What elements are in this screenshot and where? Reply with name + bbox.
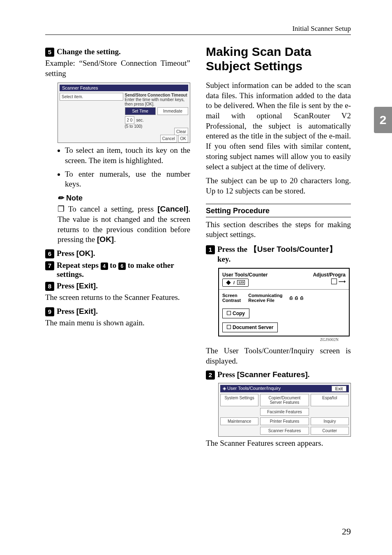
ut-title: ◈ User Tools/Counter/Inquiry	[223, 386, 281, 391]
left-column: 5 Change the setting. Example: “Send/Sto…	[45, 45, 190, 453]
sub-rule-top	[206, 204, 351, 204]
diamond-icon	[226, 280, 231, 285]
intro-para-2: The subject can be up to 20 characters l…	[206, 176, 351, 196]
after-step-8: The screen returns to the Scanner Featur…	[45, 292, 190, 303]
step-1-number: 1	[206, 245, 215, 254]
step-5-number: 5	[45, 48, 54, 57]
note-item: To cancel a setting, press [Cancel]. The…	[58, 204, 190, 245]
step-2-text: Press [Scanner Features].	[217, 370, 310, 379]
printer-features-button[interactable]: Printer Features	[260, 417, 309, 425]
note-icon: ✏	[58, 193, 64, 203]
intro-para-1: Subject information can be added to the …	[206, 81, 351, 172]
after-step-1: The User Tools/Counter/Inquiry screen is…	[206, 346, 351, 366]
bullet-1: To select an item, touch its key on the …	[65, 145, 190, 166]
ok-button[interactable]: OK	[178, 135, 188, 143]
counter-button[interactable]: Counter	[311, 427, 349, 435]
communicating-label: Communicating	[248, 293, 282, 298]
receive-file-label: Receive File	[248, 298, 282, 303]
note-heading: ✏ Note	[58, 193, 190, 203]
section-heading: Making Scan Data Subject Settings	[206, 45, 351, 73]
scanner-features-key: [Scanner Features]	[237, 370, 308, 379]
copy-button[interactable]: Copy	[222, 309, 249, 318]
screen-label: Screen	[222, 293, 241, 298]
rect-icon	[331, 279, 337, 284]
espanol-button[interactable]: Español	[311, 394, 349, 406]
after-step-9: The main menu is shown again.	[45, 318, 190, 328]
step-5-text: Change the setting.	[57, 47, 121, 56]
step-6-text: Press [OK].	[57, 249, 95, 258]
dialog-hint: Enter the time with number keys, then pr…	[125, 97, 189, 106]
dialog-title: Send/Store Connection Timeout	[125, 93, 189, 97]
scanner-features-button[interactable]: Scanner Features	[260, 427, 309, 435]
step-7-number: 7	[45, 261, 54, 270]
adjust-program-label: Adjust/Progra	[313, 272, 346, 278]
exit-button[interactable]: Exit	[332, 386, 346, 391]
step-5: 5 Change the setting.	[45, 47, 190, 57]
step-9-text: Press [Exit].	[57, 307, 98, 316]
step-7: 7 Repeat steps 4 to 6 to make other sett…	[45, 261, 190, 279]
control-panel-illustration: User Tools/Counter /123 Adjust/Progra ⟶	[218, 268, 350, 336]
page-number: 29	[342, 526, 351, 537]
ref-step-4: 4	[101, 263, 108, 270]
inquiry-button[interactable]: Inquiry	[311, 417, 349, 425]
contrast-label: Contrast	[222, 298, 241, 303]
tray-icon: ⎙	[290, 295, 293, 300]
cancel-key: [Cancel]	[157, 205, 188, 213]
head-rule	[45, 35, 351, 35]
copier-features-button[interactable]: Copier/Document Server Features	[260, 394, 309, 406]
step-2: 2 Press [Scanner Features].	[206, 370, 351, 380]
after-step-2: The Scanner Features screen appears.	[206, 438, 351, 449]
timeout-dialog-screenshot: Scanner Features Select item. Send/Store…	[58, 83, 190, 143]
note-label: Note	[66, 194, 83, 203]
ref-step-6: 6	[118, 263, 126, 270]
step-8-text: Press [Exit].	[57, 281, 98, 290]
sub-rule-bottom	[206, 217, 351, 217]
unit-label: sec.	[136, 118, 143, 122]
immediate-button[interactable]: Immediate	[157, 107, 188, 115]
system-settings-button[interactable]: System Settings	[220, 394, 258, 406]
sub-intro: This section describes the steps for mak…	[206, 220, 351, 240]
sub-heading: Setting Procedure	[206, 207, 351, 215]
user-tools-screenshot: ◈ User Tools/Counter/Inquiry Exit System…	[218, 383, 351, 437]
user-tools-counter-key: 【User Tools/Counter】	[249, 245, 337, 253]
user-tools-counter-button[interactable]: /123	[222, 279, 249, 287]
arc-icon: ⟶	[339, 279, 346, 284]
step-7-text: Repeat steps 4 to 6 to make other settin…	[57, 261, 190, 279]
maintenance-button[interactable]: Maintenance	[220, 417, 258, 425]
step-6-number: 6	[45, 249, 54, 258]
set-time-button[interactable]: Set Time	[125, 107, 156, 115]
fax-features-button[interactable]: Facsimile Features	[260, 408, 309, 416]
running-head: Initial Scanner Setup	[45, 25, 351, 33]
tray-icon-3: ⎙	[300, 295, 303, 300]
timeout-value: 2 0	[125, 116, 135, 124]
svg-rect-0	[226, 280, 231, 285]
bullet-list: To select an item, touch its key on the …	[58, 145, 190, 189]
illustration-caption: ZGJS002N	[206, 337, 339, 342]
tray-icon-2: ⎙	[295, 295, 298, 300]
step-1: 1 Press the 【User Tools/Counter】 key.	[206, 244, 351, 264]
bullet-2: To enter numerals, use the number keys.	[65, 169, 190, 189]
step-2-number: 2	[206, 371, 215, 380]
chapter-tab: 2	[374, 107, 392, 133]
example-intro: Example: “Send/Store Connection Timeout”…	[45, 58, 190, 78]
right-column: Making Scan Data Subject Settings Subjec…	[206, 45, 351, 453]
ok-key: [OK]	[97, 235, 114, 244]
document-server-button[interactable]: Document Server	[222, 322, 278, 332]
step-1-text: Press the 【User Tools/Counter】 key.	[217, 244, 351, 264]
step-9-number: 9	[45, 307, 54, 316]
cancel-button[interactable]: Cancel	[160, 135, 177, 143]
step-8-number: 8	[45, 282, 54, 291]
scanner-features-title: Scanner Features	[62, 85, 98, 90]
step-8: 8 Press [Exit].	[45, 281, 190, 291]
step-9: 9 Press [Exit].	[45, 307, 190, 316]
step-6: 6 Press [OK].	[45, 249, 190, 258]
panel-ut-label: User Tools/Counter	[222, 272, 267, 278]
